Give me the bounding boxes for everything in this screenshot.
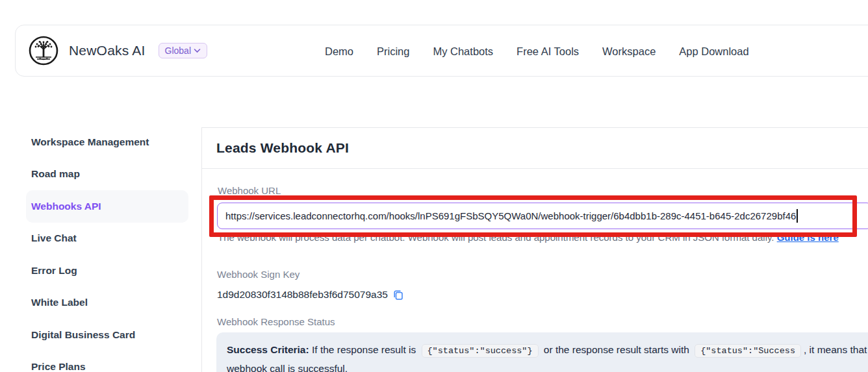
success-code-success-lower: {"status":"success"} bbox=[422, 344, 539, 358]
sidebar-item-price-plans[interactable]: Price Plans bbox=[26, 351, 188, 372]
region-selector[interactable]: Global bbox=[159, 43, 207, 58]
success-text-3: , it means that bbox=[804, 344, 867, 355]
sidebar-item-error-log[interactable]: Error Log bbox=[26, 254, 188, 287]
sign-key-row: 1d9d20830f3148b88feb3f6d75079a35 bbox=[217, 289, 403, 301]
copy-icon[interactable] bbox=[393, 290, 403, 300]
nav-item-demo[interactable]: Demo bbox=[325, 45, 353, 58]
sidebar-item-webhooks-api[interactable]: Webhooks API bbox=[26, 190, 188, 223]
main-nav: Demo Pricing My Chatbots Free AI Tools W… bbox=[325, 25, 749, 77]
sidebar-item-workspace-management[interactable]: Workspace Management bbox=[26, 126, 188, 158]
success-criteria-prefix: Success Criteria: bbox=[227, 344, 309, 355]
page: NewOaks AI Global Demo Pricing My Chatbo… bbox=[0, 0, 868, 372]
sign-key-value: 1d9d20830f3148b88feb3f6d75079a35 bbox=[217, 289, 388, 301]
divider bbox=[202, 168, 868, 169]
response-status-label: Webhook Response Status bbox=[217, 316, 335, 327]
nav-item-app-download[interactable]: App Download bbox=[679, 45, 748, 58]
sidebar-item-digital-business-card[interactable]: Digital Business Card bbox=[26, 319, 188, 351]
webhook-url-value: https://services.leadconnectorhq.com/hoo… bbox=[225, 210, 796, 221]
nav-item-workspace[interactable]: Workspace bbox=[602, 45, 656, 58]
success-code-success-upper: {"status":"Success bbox=[695, 344, 801, 358]
nav-item-my-chatbots[interactable]: My Chatbots bbox=[433, 45, 493, 58]
page-title: Leads Webhook API bbox=[216, 140, 349, 156]
nav-item-free-ai-tools[interactable]: Free AI Tools bbox=[517, 45, 579, 58]
settings-sidebar: Workspace Management Road map Webhooks A… bbox=[26, 126, 188, 372]
main-content-panel: Leads Webhook API Webhook URL https://se… bbox=[201, 127, 868, 372]
guide-link[interactable]: Guide is here bbox=[777, 232, 839, 243]
nav-item-pricing[interactable]: Pricing bbox=[377, 45, 409, 58]
success-criteria-line2: webhook call is successful. bbox=[227, 360, 865, 372]
sidebar-item-live-chat[interactable]: Live Chat bbox=[26, 223, 188, 255]
success-text-1: If the response result is bbox=[309, 344, 419, 355]
text-cursor bbox=[797, 209, 798, 223]
success-criteria-box: Success Criteria: If the response result… bbox=[216, 332, 868, 372]
success-criteria-line1: Success Criteria: If the response result… bbox=[227, 341, 865, 360]
header-bar: NewOaks AI Global Demo Pricing My Chatbo… bbox=[15, 25, 868, 77]
brand-logo-tree-icon bbox=[29, 36, 58, 66]
chevron-down-icon bbox=[194, 48, 201, 53]
sidebar-item-white-label[interactable]: White Label bbox=[26, 287, 188, 319]
sign-key-label: Webhook Sign Key bbox=[217, 269, 300, 280]
sidebar-item-road-map[interactable]: Road map bbox=[26, 158, 188, 191]
webhook-helper-text: The webhook will process data per chatbo… bbox=[218, 232, 868, 243]
webhook-url-input[interactable]: https://services.leadconnectorhq.com/hoo… bbox=[217, 203, 868, 229]
success-text-2: or the response result starts with bbox=[541, 344, 693, 355]
region-label: Global bbox=[165, 45, 191, 56]
brand-name: NewOaks AI bbox=[69, 43, 146, 58]
webhook-url-label: Webhook URL bbox=[218, 185, 281, 196]
helper-text-body: The webhook will process data per chatbo… bbox=[218, 232, 777, 243]
